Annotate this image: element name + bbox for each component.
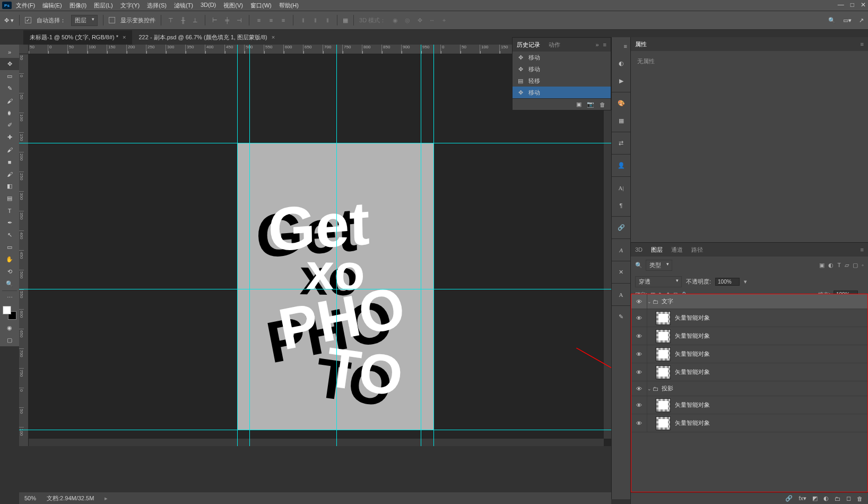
stamp-tool[interactable]: ■ (0, 156, 19, 168)
char-icon[interactable]: A| (612, 179, 630, 197)
heal-tool[interactable]: ✚ (0, 131, 19, 143)
menu-file[interactable]: 文件(F) (16, 2, 35, 10)
history-item[interactable]: ✥移动 (513, 63, 611, 75)
3d-pan-icon[interactable]: ✥ (415, 16, 424, 24)
foreground-color[interactable] (3, 306, 11, 314)
menu-help[interactable]: 帮助(H) (279, 2, 299, 10)
3d-orbit-icon[interactable]: ◉ (391, 16, 400, 24)
dist-4-icon[interactable]: ⦀ (299, 16, 307, 24)
adjust2-icon[interactable]: ⇄ (612, 134, 630, 152)
layer-item[interactable]: 👁 矢量智能对象 (631, 414, 867, 432)
toolbox-expand-icon[interactable]: » (0, 46, 19, 58)
history-brush-tool[interactable]: 🖌 (0, 168, 19, 180)
tab-layers[interactable]: 图层 (651, 246, 663, 254)
layer-name[interactable]: 文字 (662, 297, 673, 305)
delete-layer-icon[interactable]: 🗑 (857, 496, 863, 502)
dist-1-icon[interactable]: ≡ (255, 16, 263, 24)
marquee-tool[interactable]: ▭ (0, 70, 19, 82)
vertical-ruler[interactable]: 5005010015020025030035040045050055060065… (19, 54, 29, 446)
guide-v[interactable] (237, 45, 238, 446)
expand-icon[interactable]: ⌄ (647, 299, 652, 304)
visibility-icon[interactable]: 👁 (631, 345, 647, 363)
swatches-icon[interactable]: ▦ (612, 112, 630, 130)
auto-select-dropdown[interactable]: 图层 (71, 15, 98, 26)
guide-v[interactable] (336, 45, 337, 446)
3d-slide-icon[interactable]: ↔ (428, 16, 436, 24)
fx-icon[interactable]: fx▾ (798, 495, 806, 502)
history-item[interactable]: ✥移动 (513, 52, 611, 63)
panel-menu-icon[interactable]: ≡ (861, 41, 864, 47)
status-chevron-icon[interactable]: ▸ (105, 495, 108, 502)
play-icon[interactable]: ▶ (612, 72, 630, 90)
layer-item[interactable]: 👁 矢量智能对象 (631, 396, 867, 414)
filter-toggle-icon[interactable]: ◦ (862, 262, 864, 269)
opacity-input[interactable]: 100% (715, 278, 740, 286)
visibility-icon[interactable]: 👁 (631, 309, 647, 327)
layer-name[interactable]: 投影 (662, 385, 673, 392)
user-icon[interactable]: 👤 (612, 157, 630, 174)
search-icon[interactable]: 🔍 (828, 17, 836, 24)
visibility-icon[interactable]: 👁 (631, 294, 647, 309)
mask-icon[interactable]: ◩ (812, 495, 818, 502)
blend-mode-dropdown[interactable]: 穿透 (635, 276, 682, 287)
layer-name[interactable]: 矢量智能对象 (675, 332, 710, 340)
tab-properties[interactable]: 属性 (635, 40, 647, 48)
eyedropper-tool[interactable]: ✐ (0, 119, 19, 131)
guide-v[interactable] (249, 45, 250, 446)
layer-item[interactable]: 👁 矢量智能对象 (631, 309, 867, 327)
rotate-view-tool[interactable]: ⟲ (0, 266, 19, 278)
expand-icon[interactable]: ⌄ (647, 386, 652, 391)
layer-thumb[interactable] (656, 398, 671, 412)
quick-select-tool[interactable]: 🖌 (0, 95, 19, 107)
visibility-icon[interactable]: 👁 (631, 363, 647, 381)
3d-zoom-icon[interactable]: ⌖ (440, 16, 448, 24)
doc-tab-2[interactable]: 222 - 副本.psd @ 66.7% (颜色填充 1, 图层蒙版/8) × (132, 30, 281, 45)
menu-filter[interactable]: 滤镜(T) (174, 2, 193, 10)
panel-collapse-icon[interactable]: » (595, 41, 598, 48)
menu-edit[interactable]: 编辑(E) (42, 2, 62, 10)
para-icon[interactable]: ¶ (612, 197, 630, 214)
filter-type-icon[interactable]: T (837, 262, 841, 269)
screenmode-tool[interactable]: ▢ (0, 334, 19, 346)
align-vcenter-icon[interactable]: ╫ (179, 16, 187, 24)
visibility-icon[interactable]: 👁 (631, 381, 647, 396)
menu-image[interactable]: 图像(I) (70, 2, 86, 10)
delete-state-icon[interactable]: 🗑 (600, 101, 605, 108)
guide-h[interactable] (19, 143, 611, 143)
filter-type-dropdown[interactable]: 类型 (646, 260, 672, 271)
brush-panel-icon[interactable]: ✎ (612, 308, 630, 326)
close-icon[interactable]: ✕ (861, 1, 866, 8)
layer-thumb[interactable] (656, 311, 671, 325)
panel-menu-icon[interactable]: ≡ (612, 37, 630, 55)
menu-3d[interactable]: 3D(D) (201, 2, 216, 10)
layer-thumb[interactable] (656, 347, 671, 361)
vertical-scrollbar[interactable] (604, 54, 611, 439)
pen-tool[interactable]: ✒ (0, 217, 19, 229)
dist-2-icon[interactable]: ≡ (267, 16, 275, 24)
tab-history[interactable]: 历史记录 (517, 41, 540, 49)
zoom-level[interactable]: 50% (24, 495, 36, 501)
gradient-tool[interactable]: ▤ (0, 192, 19, 204)
crop-tool[interactable]: ⧯ (0, 107, 19, 119)
history-item[interactable]: ▤轻移 (513, 75, 611, 87)
link-icon[interactable]: 🔗 (612, 219, 630, 236)
guide-v[interactable] (421, 45, 421, 446)
layer-thumb[interactable] (656, 416, 671, 430)
color-swatch[interactable] (3, 306, 16, 320)
move-tool[interactable]: ✥ (0, 58, 19, 70)
layer-group[interactable]: 👁 ⌄ 🗀 投影 (631, 381, 867, 396)
eraser-tool[interactable]: ◧ (0, 180, 19, 192)
quickmask-tool[interactable]: ◉ (0, 322, 19, 334)
horizontal-scrollbar[interactable] (29, 439, 604, 446)
doc-size[interactable]: 文档:2.94M/32.5M (47, 494, 94, 502)
guide-h[interactable] (19, 430, 611, 430)
menu-view[interactable]: 视图(V) (223, 2, 243, 10)
filter-shape-icon[interactable]: ▱ (845, 262, 849, 269)
brush-tool[interactable]: 🖌 (0, 143, 19, 156)
edit-toolbar-icon[interactable]: ⋯ (0, 292, 19, 304)
snapshot-icon[interactable]: 📷 (587, 101, 594, 108)
layer-item[interactable]: 👁 矢量智能对象 (631, 327, 867, 345)
ruler-origin[interactable] (19, 45, 29, 54)
auto-select-checkbox[interactable]: ✓ (25, 17, 31, 23)
align-hcenter-icon[interactable]: ╪ (223, 16, 231, 24)
